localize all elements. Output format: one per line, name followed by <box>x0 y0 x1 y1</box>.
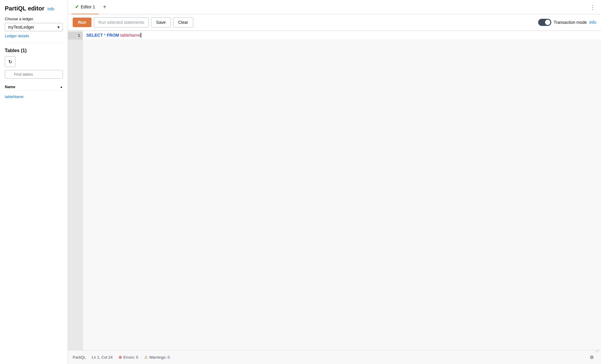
name-column-label: Name <box>5 85 15 89</box>
more-options-button[interactable]: ⋮ <box>588 2 597 12</box>
resize-icon <box>595 349 599 352</box>
cursor-position-status: Ln 1, Col 24 <box>92 355 113 360</box>
errors-label: Errors: 0 <box>123 355 138 360</box>
sort-ascending-icon[interactable]: ▲ <box>60 85 63 88</box>
sidebar-divider <box>5 43 63 43</box>
main-panel: ✔ Editor 1 + ⋮ Run Run selected statemen… <box>68 0 601 364</box>
language-label: PartiQL <box>73 355 86 360</box>
refresh-tables-button[interactable]: ↻ <box>5 56 15 67</box>
transaction-info-link[interactable]: Info <box>589 20 596 25</box>
ledger-details-link[interactable]: Ledger details <box>5 34 63 38</box>
editor-area: 1 SELECT * FROM tableName PartiQL Ln 1, … <box>68 31 601 364</box>
table-name-link[interactable]: tableName <box>5 94 24 99</box>
table-column-header: Name ▲ <box>5 83 63 91</box>
keyword-select: SELECT <box>86 32 103 38</box>
run-button[interactable]: Run <box>73 18 91 27</box>
tables-list: tableName <box>5 93 63 100</box>
error-icon: ⊗ <box>119 355 122 360</box>
status-bar: PartiQL Ln 1, Col 24 ⊗ Errors: 0 ⚠ Warni… <box>68 350 601 364</box>
tab-check-icon: ✔ <box>75 4 79 10</box>
clear-button[interactable]: Clear <box>173 17 193 27</box>
warnings-label: Warnings: 0 <box>149 355 170 360</box>
transaction-mode-toggle[interactable] <box>538 19 551 26</box>
gear-icon: ⚙ <box>590 354 594 360</box>
tab-bar: ✔ Editor 1 + ⋮ <box>68 0 601 14</box>
toggle-slider <box>538 19 551 26</box>
choose-ledger-label: Choose a ledger. <box>5 17 63 21</box>
svg-line-1 <box>596 350 599 352</box>
selected-ledger-text: myTestLedger <box>8 25 34 29</box>
find-tables-wrapper: 🔍 <box>5 70 63 79</box>
resize-handle[interactable] <box>595 349 599 352</box>
keyword-from: FROM <box>107 32 119 38</box>
language-status: PartiQL <box>73 355 86 360</box>
refresh-icon: ↻ <box>8 59 12 65</box>
editor-content: 1 SELECT * FROM tableName <box>68 31 601 350</box>
star-symbol: * <box>104 32 105 38</box>
chevron-down-icon: ▾ <box>57 25 60 29</box>
tables-header: Tables (1) <box>5 48 63 53</box>
svg-line-2 <box>597 351 599 352</box>
warning-icon: ⚠ <box>144 355 148 360</box>
run-selected-button[interactable]: Run selected statements <box>94 17 149 27</box>
line-numbers: 1 <box>68 31 83 350</box>
line-number-1: 1 <box>68 32 82 40</box>
ledger-select[interactable]: myTestLedger ▾ <box>5 23 63 31</box>
app-title: PartiQL editor <box>5 5 44 12</box>
add-tab-button[interactable]: + <box>100 2 109 12</box>
table-name-code: tableName <box>120 32 141 38</box>
code-editor[interactable]: SELECT * FROM tableName <box>83 31 601 350</box>
editor-tab-1[interactable]: ✔ Editor 1 <box>71 0 99 14</box>
find-tables-input[interactable] <box>5 70 63 79</box>
settings-gear-button[interactable]: ⚙ <box>587 353 596 362</box>
warnings-status: ⚠ Warnings: 0 <box>144 355 170 360</box>
transaction-mode-label: Transaction mode <box>554 20 587 25</box>
cursor <box>141 33 141 38</box>
table-row: tableName <box>5 93 63 100</box>
transaction-mode-control: Transaction mode Info <box>538 19 596 26</box>
toolbar: Run Run selected statements Save Clear T… <box>68 14 601 31</box>
title-info-link[interactable]: Info <box>47 7 54 11</box>
sidebar: PartiQL editor Info Choose a ledger. myT… <box>0 0 68 364</box>
save-button[interactable]: Save <box>151 17 171 27</box>
tab-label: Editor 1 <box>81 4 95 9</box>
cursor-position-label: Ln 1, Col 24 <box>92 355 113 360</box>
errors-status: ⊗ Errors: 0 <box>119 355 138 360</box>
code-line-1: SELECT * FROM tableName <box>83 31 601 39</box>
